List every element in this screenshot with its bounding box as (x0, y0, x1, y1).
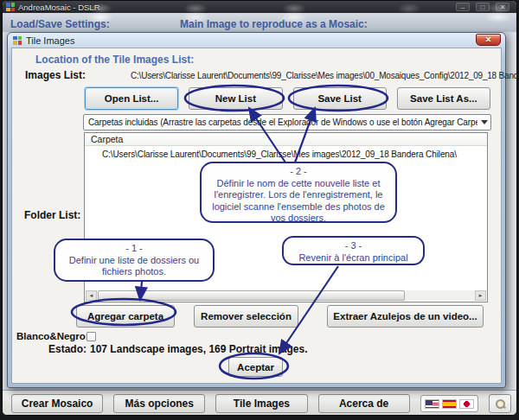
blanco-negro-label: Blanco&Negro: (16, 331, 89, 341)
japan-flag-icon (459, 399, 474, 409)
close-button[interactable]: ✕ (496, 3, 509, 11)
list-buttons-row: Open List... New List Save List Save Lis… (85, 87, 490, 110)
scroll-left-button[interactable]: ◄ (86, 290, 97, 301)
window-header-strip: Load/Save Settings: Main Image to reprod… (3, 13, 516, 32)
callout-1-number: - 1 - (61, 243, 208, 255)
extraer-azulejos-button[interactable]: Extraer Azulejos de un video... (327, 305, 484, 328)
section-heading: Location of the Tile Images List: (35, 54, 194, 66)
spain-flag-icon (442, 399, 457, 409)
callout-2-text: Définir le nom de cette nouvelle liste e… (207, 178, 390, 225)
tile-images-button[interactable]: Tile Images (215, 394, 307, 413)
folder-buttons-row: Agregar carpeta Remover selección Extrae… (12, 305, 501, 328)
load-save-settings-label: Load/Save Settings: (10, 18, 110, 30)
magnifier-icon (496, 399, 505, 409)
blanco-negro-checkbox[interactable] (86, 332, 96, 341)
callout-2-number: - 2 - (207, 166, 390, 178)
agregar-carpeta-button[interactable]: Agregar carpeta (76, 305, 175, 328)
images-list-path: C:\Users\Clarisse Laurent\Documents\99_C… (131, 71, 519, 80)
callout-1: - 1 - Definir une liste de dossiers ou f… (54, 239, 215, 282)
us-flag-icon (425, 399, 439, 409)
new-list-button[interactable]: New List (189, 87, 282, 110)
chevron-down-icon[interactable] (477, 115, 490, 130)
scroll-right-button[interactable]: ► (475, 290, 486, 301)
crear-mosaico-button[interactable]: Crear Mosaico (11, 394, 103, 413)
callout-3: - 3 - Revenir à l'écran principal (282, 236, 425, 265)
scrollbar-thumb[interactable] (98, 290, 405, 301)
dialog-titlebar: Tile Images ✕ (8, 33, 505, 48)
main-image-label: Main Image to reproduce as a Mosaic: (180, 18, 368, 30)
minimize-button[interactable]: – (456, 3, 470, 11)
desktop: AndreaMosaic - DSLR – □ ✕ Load/Save Sett… (0, 0, 519, 420)
footer-toolbar: Crear Mosaico Más opciones Tile Images A… (3, 390, 516, 416)
maximize-button[interactable]: □ (476, 3, 490, 11)
dialog-title: Tile Images (26, 35, 74, 46)
mas-opciones-button[interactable]: Más opciones (113, 394, 205, 413)
folders-combobox-value: Carpetas incluidas (Arrastre las carpeta… (84, 118, 477, 127)
search-button[interactable] (489, 394, 511, 413)
list-column-header[interactable]: Carpeta (85, 133, 487, 146)
callout-3-number: - 3 - (289, 240, 418, 252)
images-list-label: Images List: (25, 69, 86, 81)
folders-combobox[interactable]: Carpetas incluidas (Arrastre las carpeta… (83, 114, 491, 130)
list-item[interactable]: C:\Users\Clarisse Laurent\Documents\99_C… (85, 146, 487, 159)
open-list-button[interactable]: Open List... (85, 87, 178, 110)
window-title: AndreaMosaic - DSLR (18, 3, 100, 12)
app-icon (6, 3, 15, 11)
estado-value: 107 Landscape images, 169 Portrait image… (90, 343, 307, 355)
estado-label: Estado: (48, 343, 86, 355)
callout-3-text: Revenir à l'écran principal (289, 252, 418, 264)
save-list-as-button[interactable]: Save List As... (397, 87, 490, 110)
remover-seleccion-button[interactable]: Remover selección (194, 305, 298, 328)
mosaic-icon (13, 36, 22, 45)
aceptar-button[interactable]: Aceptar (228, 357, 283, 377)
save-list-button[interactable]: Save List (293, 87, 387, 110)
dialog-close-button[interactable]: ✕ (476, 34, 501, 46)
language-selector[interactable] (420, 395, 478, 412)
status-line: Estado:107 Landscape images, 169 Portrai… (48, 343, 307, 355)
callout-2: - 2 - Définir le nom de cette nouvelle l… (200, 162, 397, 223)
window-titlebar: AndreaMosaic - DSLR – □ ✕ (3, 1, 516, 13)
callout-1-text: Definir une liste de dossiers ou fichier… (61, 255, 208, 278)
acerca-de-button[interactable]: Acerca de (318, 394, 410, 413)
horizontal-scrollbar[interactable]: ◄ ► (86, 290, 486, 301)
folder-list-label: Folder List: (24, 209, 80, 221)
